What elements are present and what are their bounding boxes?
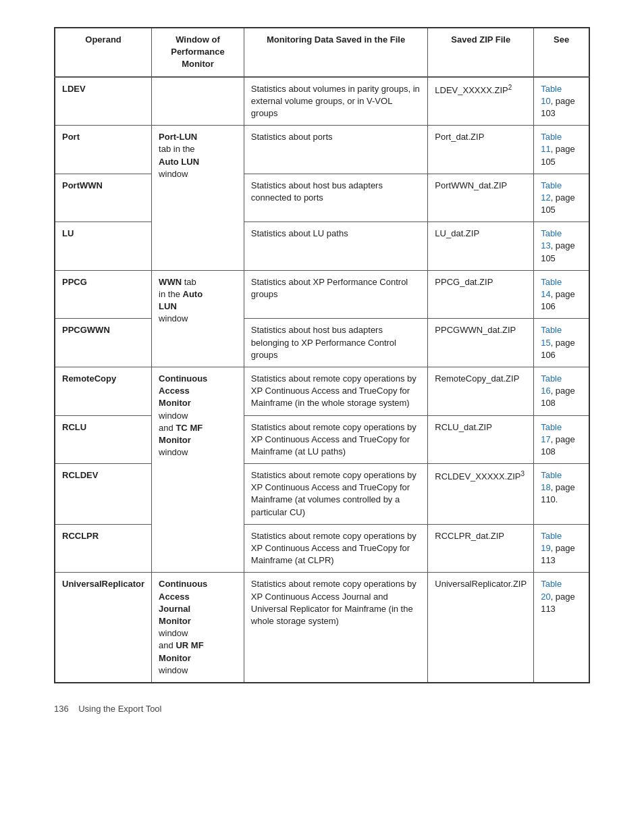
header-see: See	[534, 28, 589, 77]
see-cell: Table 17, page 108	[534, 415, 589, 464]
operand-cell: RCCLPR	[55, 524, 152, 573]
operand-cell: UniversalReplicator	[55, 573, 152, 683]
saved-cell: RCCLPR_dat.ZIP	[428, 524, 534, 573]
monitoring-cell: Statistics about volumes in parity group…	[244, 77, 428, 126]
page-number: 136	[54, 704, 69, 714]
saved-cell: LDEV_XXXXX.ZIP2	[428, 77, 534, 126]
saved-cell: LU_dat.ZIP	[428, 222, 534, 271]
operand-cell: RemoteCopy	[55, 367, 152, 415]
table-row: PortPort-LUNtab in theAuto LUNwindowStat…	[55, 126, 589, 174]
monitoring-cell: Statistics about remote copy operations …	[244, 524, 428, 573]
window-cell: Port-LUNtab in theAuto LUNwindow	[152, 126, 244, 271]
saved-cell: PortWWN_dat.ZIP	[428, 174, 534, 222]
window-cell: ContinuousAccessMonitorwindowand TC MFMo…	[152, 367, 244, 572]
saved-cell: PPCG_dat.ZIP	[428, 270, 534, 319]
see-cell: Table 20, page 113	[534, 573, 589, 683]
table-row: LUStatistics about LU pathsLU_dat.ZIPTab…	[55, 222, 589, 271]
saved-cell: Port_dat.ZIP	[428, 126, 534, 174]
main-table: Operand Window of Performance Monitor Mo…	[54, 27, 590, 683]
monitoring-cell: Statistics about LU paths	[244, 222, 428, 271]
monitoring-cell: Statistics about remote copy operations …	[244, 415, 428, 464]
operand-cell: LDEV	[55, 77, 152, 126]
window-cell: ContinuousAccessJournalMonitorwindowand …	[152, 573, 244, 683]
see-cell: Table 11, page 105	[534, 126, 589, 174]
table-row: RCCLPRStatistics about remote copy opera…	[55, 524, 589, 573]
operand-cell: RCLDEV	[55, 464, 152, 525]
table-row: LDEVStatistics about volumes in parity g…	[55, 77, 589, 126]
window-cell: WWN tabin the AutoLUNwindow	[152, 270, 244, 367]
page-text: Using the Export Tool	[78, 704, 161, 714]
monitoring-cell: Statistics about ports	[244, 126, 428, 174]
monitoring-cell: Statistics about XP Performance Control …	[244, 270, 428, 319]
page-container: Operand Window of Performance Monitor Mo…	[0, 0, 644, 754]
saved-cell: RemoteCopy_dat.ZIP	[428, 367, 534, 415]
header-monitoring: Monitoring Data Saved in the File	[244, 28, 428, 77]
see-cell: Table 18, page 110.	[534, 464, 589, 525]
header-saved: Saved ZIP File	[428, 28, 534, 77]
see-cell: Table 16, page 108	[534, 367, 589, 415]
saved-cell: UniversalReplicator.ZIP	[428, 573, 534, 683]
monitoring-cell: Statistics about remote copy operations …	[244, 367, 428, 415]
window-cell	[152, 77, 244, 126]
saved-cell: RCLU_dat.ZIP	[428, 415, 534, 464]
monitoring-cell: Statistics about remote copy operations …	[244, 573, 428, 683]
operand-cell: PortWWN	[55, 174, 152, 222]
operand-cell: RCLU	[55, 415, 152, 464]
see-cell: Table 19, page 113	[534, 524, 589, 573]
see-cell: Table 15, page 106	[534, 319, 589, 367]
see-cell: Table 13, page 105	[534, 222, 589, 271]
header-window: Window of Performance Monitor	[152, 28, 244, 77]
see-cell: Table 12, page 105	[534, 174, 589, 222]
table-row: RCLDEVStatistics about remote copy opera…	[55, 464, 589, 525]
operand-cell: PPCGWWN	[55, 319, 152, 367]
monitoring-cell: Statistics about host bus adapters conne…	[244, 174, 428, 222]
table-row: RCLUStatistics about remote copy operati…	[55, 415, 589, 464]
table-row: UniversalReplicatorContinuousAccessJourn…	[55, 573, 589, 683]
saved-cell: RCLDEV_XXXXX.ZIP3	[428, 464, 534, 525]
table-row: PortWWNStatistics about host bus adapter…	[55, 174, 589, 222]
operand-cell: LU	[55, 222, 152, 271]
see-cell: Table 14, page 106	[534, 270, 589, 319]
operand-cell: PPCG	[55, 270, 152, 319]
table-row: RemoteCopyContinuousAccessMonitorwindowa…	[55, 367, 589, 415]
operand-cell: Port	[55, 126, 152, 174]
table-row: PPCGWWNStatistics about host bus adapter…	[55, 319, 589, 367]
monitoring-cell: Statistics about remote copy operations …	[244, 464, 428, 525]
see-cell: Table 10, page 103	[534, 77, 589, 126]
page-footer: 136 Using the Export Tool	[54, 704, 590, 714]
monitoring-cell: Statistics about host bus adapters belon…	[244, 319, 428, 367]
header-operand: Operand	[55, 28, 152, 77]
saved-cell: PPCGWWN_dat.ZIP	[428, 319, 534, 367]
table-row: PPCGWWN tabin the AutoLUNwindowStatistic…	[55, 270, 589, 319]
